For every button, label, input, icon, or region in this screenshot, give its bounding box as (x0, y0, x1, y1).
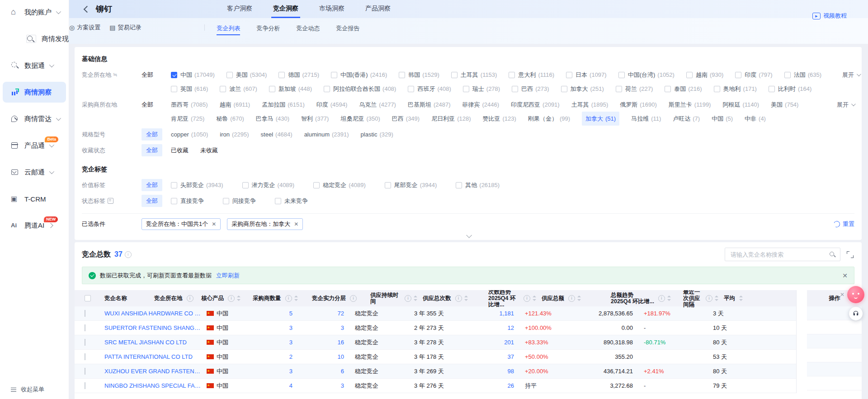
buyer-count[interactable]: 16 (338, 339, 344, 346)
core-products-count[interactable]: 3 (289, 368, 292, 375)
country-checkbox-option[interactable]: 德国 (2715) (278, 68, 319, 82)
checkbox[interactable] (324, 86, 330, 92)
sort-icon[interactable] (237, 296, 241, 301)
supply-total-count[interactable]: 1,181 (499, 310, 514, 317)
checkbox[interactable] (451, 72, 458, 78)
favorite-option[interactable]: 已收藏 (171, 143, 189, 157)
checkbox[interactable] (784, 72, 791, 78)
sub-tab[interactable]: 竞争分析 (256, 22, 280, 35)
country-checkbox-option[interactable]: 奥地利 (171) (714, 82, 757, 96)
checkbox[interactable] (665, 86, 671, 92)
checkbox[interactable] (171, 182, 177, 188)
country-checkbox-option[interactable]: 意大利 (1116) (509, 68, 554, 82)
filter-all-option[interactable]: 全部 (142, 98, 171, 112)
column-info-icon[interactable] (285, 295, 292, 302)
checkbox[interactable] (561, 86, 567, 92)
checkbox[interactable] (275, 198, 281, 204)
sidebar-item[interactable]: 商情雷达 (0, 108, 69, 129)
buyer-count[interactable]: 10 (338, 353, 344, 360)
spec-option[interactable]: steel (4684) (261, 127, 292, 141)
buyer-country-option[interactable]: 墨西哥 (7085) (171, 98, 208, 112)
country-checkbox-option[interactable]: 瑞士 (278) (463, 82, 500, 96)
checkbox[interactable] (686, 72, 693, 78)
sidebar-item[interactable]: 商情洞察 (3, 82, 66, 103)
column-info-icon[interactable] (405, 295, 411, 302)
checkbox[interactable] (769, 86, 775, 92)
row-checkbox[interactable] (85, 310, 85, 317)
spec-option[interactable]: iron (2295) (220, 127, 249, 141)
supply-total-count[interactable]: 98 (508, 368, 514, 375)
buyer-count[interactable]: 3 (341, 324, 344, 331)
buyer-country-option[interactable]: 巴西 (349) (392, 112, 420, 126)
favorite-option[interactable]: 未收藏 (200, 143, 218, 157)
sidebar-item[interactable]: 云邮通 (0, 162, 69, 183)
buyer-country-option[interactable]: 乌克兰 (4277) (359, 98, 396, 112)
collapse-filter-panel-button[interactable] (458, 233, 478, 239)
checkbox[interactable] (226, 72, 233, 78)
buyer-country-option[interactable]: 美国 (754) (771, 98, 798, 112)
checkbox[interactable] (566, 72, 572, 78)
video-tutorial-button[interactable]: 视频教程 (812, 12, 847, 20)
sort-icon[interactable] (715, 296, 718, 301)
search-icon[interactable] (829, 251, 835, 258)
country-checkbox-option[interactable]: 比利时 (164) (769, 82, 811, 96)
checkbox[interactable] (331, 72, 337, 78)
checkbox[interactable] (618, 72, 625, 78)
buyer-country-option[interactable]: 斯里兰卡 (1199) (669, 98, 711, 112)
sort-swap-icon[interactable]: ≒ (113, 68, 118, 82)
spec-option[interactable]: aluminum (2391) (304, 127, 349, 141)
core-products-count[interactable]: 4 (289, 382, 292, 389)
table-row[interactable]: SRC METAL JIASHAN CO LTD 中国 3 16 稳定竞企 3 … (75, 335, 797, 350)
filter-all-chip[interactable]: 全部 (142, 179, 162, 191)
back-icon[interactable] (84, 5, 91, 13)
buyer-country-option[interactable]: 肯尼亚 (725) (171, 112, 204, 126)
buyer-country-option[interactable]: 印度尼西亚 (2091) (511, 98, 560, 112)
buyer-country-option[interactable]: 印度 (4594) (316, 98, 348, 112)
checkbox[interactable] (171, 72, 177, 78)
company-name-link[interactable]: NINGBO ZHISHANG SPECIAL FAST... (104, 382, 201, 389)
buyer-country-option[interactable]: 加拿大 (51) (582, 112, 619, 126)
spec-option[interactable]: copper (1050) (171, 127, 208, 141)
buyer-count[interactable]: 72 (338, 310, 344, 317)
checkbox[interactable] (171, 198, 177, 204)
value-tag-option[interactable]: 尾部竞企 (3944) (385, 178, 437, 192)
table-row[interactable]: XUZHOU EVER GRAND FASTENERS... 中国 3 6 稳定… (75, 364, 797, 379)
selected-filter-chip[interactable]: 采购商所在地：加拿大 ✕ (227, 218, 303, 230)
row-checkbox[interactable] (85, 382, 85, 389)
column-info-icon[interactable] (350, 295, 357, 302)
expand-link[interactable]: 展开 (833, 68, 860, 82)
country-checkbox-option[interactable]: 英国 (616) (171, 82, 208, 96)
filter-all-option[interactable]: 全部 (142, 68, 171, 82)
core-products-count[interactable]: 5 (289, 310, 292, 317)
country-checkbox-option[interactable]: 越南 (930) (686, 68, 723, 82)
buyer-country-option[interactable]: 阿根廷 (1140) (722, 98, 759, 112)
company-name-link[interactable]: SUPERTOR FASTENING SHANGHAI... (104, 324, 201, 331)
buyer-country-option[interactable]: 越南 (6911) (220, 98, 250, 112)
selected-filter-chip[interactable]: 竞企所在地：中国共1个 ✕ (142, 218, 221, 230)
status-tag-option[interactable]: 间接竞争 (223, 194, 256, 208)
table-row[interactable]: NINGBO ZHISHANG SPECIAL FAST... 中国 4 3 稳… (75, 379, 797, 393)
buyer-country-option[interactable]: 俄罗斯 (1690) (620, 98, 657, 112)
customer-service-button[interactable] (849, 307, 863, 320)
remove-chip-icon[interactable]: ✕ (212, 221, 216, 227)
row-checkbox[interactable] (85, 353, 85, 360)
header-action-button[interactable]: ▤ 贸易记录 (109, 22, 141, 33)
insight-tab[interactable]: 竞企洞察 (271, 0, 300, 18)
checkbox[interactable] (269, 86, 275, 92)
sidebar-item[interactable]: T-CRM (0, 188, 69, 209)
country-checkbox-option[interactable]: 美国 (5304) (226, 68, 267, 82)
row-checkbox[interactable] (85, 339, 85, 346)
buyer-country-option[interactable]: 中非 (4) (745, 112, 766, 126)
insight-tab[interactable]: 客户洞察 (225, 0, 254, 18)
column-info-icon[interactable] (706, 295, 712, 302)
country-checkbox-option[interactable]: 土耳其 (1153) (451, 68, 497, 82)
spec-option[interactable]: plastic (329) (361, 127, 393, 141)
country-checkbox-option[interactable]: 中国(台湾) (1052) (618, 68, 675, 82)
column-info-icon[interactable] (455, 295, 462, 302)
country-checkbox-option[interactable]: 波兰 (607) (220, 82, 257, 96)
column-info-icon[interactable] (187, 295, 193, 302)
checkbox[interactable] (408, 86, 414, 92)
buyer-country-option[interactable]: 孟加拉国 (6151) (262, 98, 305, 112)
checkbox[interactable] (223, 198, 229, 204)
sort-icon[interactable] (739, 296, 743, 301)
